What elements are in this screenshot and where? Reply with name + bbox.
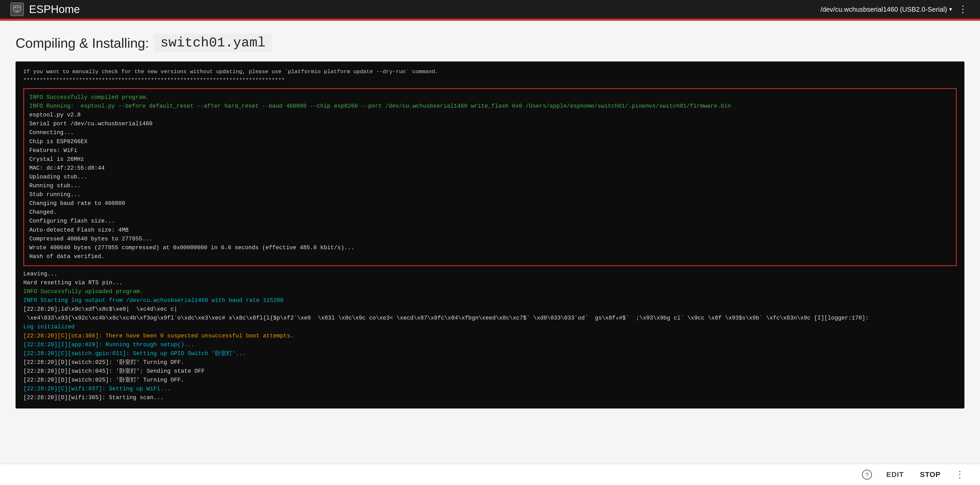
svg-rect-1: [14, 7, 16, 8]
terminal-line: Compressed 400640 bytes to 277855...: [29, 235, 951, 244]
svg-rect-5: [15, 12, 19, 13]
terminal-line: esptool.py v2.8: [29, 111, 951, 120]
svg-rect-3: [14, 8, 20, 10]
terminal-line: Running stub...: [29, 182, 951, 190]
terminal-line: [22:28:20][C][wifi:037]: Setting up WiFi…: [23, 384, 957, 394]
svg-text:?: ?: [865, 472, 869, 478]
svg-rect-4: [16, 11, 18, 12]
terminal-line: Wrote 400640 bytes (277855 compressed) a…: [29, 244, 951, 252]
terminal-line: [22:28:20][D][switch:025]: '卧室灯' Turning…: [23, 358, 957, 367]
footer-menu-button[interactable]: ⋮: [953, 467, 967, 482]
chevron-down-icon: ▾: [949, 6, 952, 13]
terminal-line: [22:28:20][I][app:029]: Running through …: [23, 341, 957, 349]
logo-icon: [10, 3, 24, 16]
footer-menu-icon: ⋮: [955, 469, 964, 480]
header-left: ESPHome: [10, 3, 80, 16]
terminal-line: Chip is ESP8266EX: [29, 137, 951, 146]
terminal-line: [22:28:20][D][switch:025]: '卧室灯' Turning…: [23, 376, 957, 384]
terminal-line: [22:28:20][C][ota:366]: There have been …: [23, 332, 957, 341]
edit-label: EDIT: [886, 471, 904, 479]
terminal-line: Serial port /dev/cu.wchusbserial1460: [29, 120, 951, 128]
header: ESPHome /dev/cu.wchusbserial1460 (USB2.0…: [0, 0, 980, 19]
terminal-line: INFO Starting log output from /dev/cu.wc…: [23, 296, 957, 305]
terminal-line: Features: WiFi: [29, 146, 951, 155]
stop-button[interactable]: STOP: [916, 468, 945, 481]
terminal-notice-text2: ****************************************…: [23, 77, 285, 83]
terminal-line: INFO Successfully uploaded program.: [23, 287, 957, 296]
page-title-prefix: Compiling & Installing:: [16, 35, 149, 51]
terminal-line: \xe4\033\x93{\x92c\xc4b\x8c\xc4b\xf3og\x…: [23, 314, 957, 323]
terminal-line: Auto-detected Flash size: 4MB: [29, 226, 951, 235]
stop-label: STOP: [920, 471, 940, 479]
terminal-line: Changing baud rate to 460800: [29, 199, 951, 208]
terminal-line: INFO Successfully compiled program.: [29, 93, 951, 102]
terminal-line: [22:28:20][C][switch.gpio:011]: Setting …: [23, 349, 957, 358]
terminal-line: Hash of data verified.: [29, 252, 951, 261]
terminal-line: Changed.: [29, 208, 951, 217]
edit-button[interactable]: EDIT: [882, 468, 908, 481]
app-title: ESPHome: [29, 3, 80, 16]
port-label: /dev/cu.wchusbserial1460 (USB2.0-Serial): [821, 5, 947, 13]
header-menu-button[interactable]: ⋮: [956, 3, 970, 16]
terminal-line: Crystal is 26MHz: [29, 155, 951, 164]
terminal-line-log-init: Log initialized: [23, 323, 957, 332]
terminal-line: Stub running...: [29, 190, 951, 199]
terminal-line: [22:28:20];ld\x9c\xdf\x8c$\xe0| \xc4d\xe…: [23, 305, 957, 314]
terminal-line: Leaving...: [23, 270, 957, 279]
terminal-boxed-section: INFO Successfully compiled program. INFO…: [23, 88, 957, 266]
footer-bar: ? EDIT STOP ⋮: [0, 464, 980, 485]
terminal-line: [22:28:20][D][switch:045]: '卧室灯': Sendin…: [23, 367, 957, 376]
progress-bar: [0, 19, 980, 21]
help-button[interactable]: ?: [860, 467, 874, 482]
svg-rect-0: [13, 6, 21, 11]
terminal-line: [22:28:20][D][wifi:365]: Starting scan..…: [23, 394, 957, 402]
terminal-notice-text1: If you want to manually check for the ne…: [23, 69, 438, 75]
menu-dots-icon: ⋮: [958, 4, 967, 14]
terminal-line: Configuring flash size...: [29, 217, 951, 226]
terminal-notice-line1: If you want to manually check for the ne…: [23, 68, 957, 76]
header-right: /dev/cu.wchusbserial1460 (USB2.0-Serial)…: [821, 3, 970, 16]
terminal-line: Uploading stub...: [29, 173, 951, 182]
main-content: Compiling & Installing: switch01.yaml If…: [0, 21, 980, 477]
terminal-line: Connecting...: [29, 128, 951, 137]
terminal-output: If you want to manually check for the ne…: [16, 61, 964, 408]
terminal-line: Hard resetting via RTS pin...: [23, 279, 957, 287]
port-selector: /dev/cu.wchusbserial1460 (USB2.0-Serial)…: [821, 5, 952, 13]
port-dropdown-button[interactable]: /dev/cu.wchusbserial1460 (USB2.0-Serial)…: [821, 5, 952, 13]
terminal-line: MAC: dc:4f:22:55:d8:44: [29, 164, 951, 173]
terminal-notice-line2: ****************************************…: [23, 76, 957, 85]
svg-rect-2: [17, 7, 20, 8]
page-title-filename: switch01.yaml: [154, 34, 272, 52]
page-title-area: Compiling & Installing: switch01.yaml: [16, 34, 964, 52]
terminal-line: INFO Running: esptool.py --before defaul…: [29, 102, 951, 111]
